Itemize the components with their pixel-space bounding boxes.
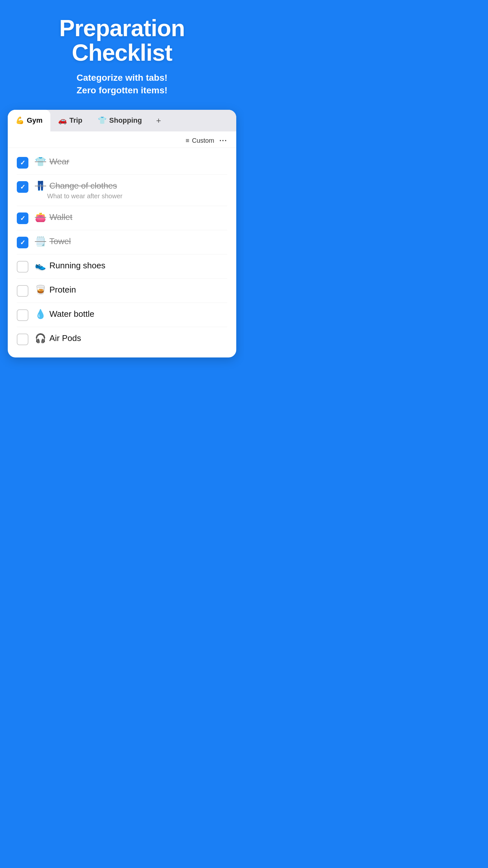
trip-tab-label: Trip (69, 116, 82, 125)
item-label-towel: 🗒️ Towel (35, 236, 227, 247)
list-item[interactable]: ✓ 👖 Change of clothes What to wear after… (8, 175, 236, 206)
gym-tab-emoji: 💪 (15, 116, 24, 125)
item-text-change: Change of clothes (50, 181, 117, 191)
more-button[interactable]: ··· (220, 136, 227, 145)
item-content-wear: 👕 Wear (35, 156, 227, 167)
checkmark-icon: ✓ (20, 184, 26, 190)
item-label-wear: 👕 Wear (35, 156, 227, 167)
item-text-wear: Wear (50, 157, 69, 166)
item-sublabel-change: What to wear after shower (35, 192, 227, 200)
header: Preparation Checklist Categorize with ta… (0, 0, 244, 106)
item-label-protein: 🥃 Protein (35, 284, 227, 295)
item-text-towel: Towel (50, 237, 71, 246)
sort-icon: ≡ (186, 137, 190, 144)
sort-label: Custom (192, 137, 214, 144)
item-text-running-shoes: Running shoes (50, 260, 105, 271)
gym-tab-label: Gym (27, 116, 42, 125)
checklist: ✓ 👕 Wear ✓ 👖 Change of clothes What to w… (8, 148, 236, 358)
list-item[interactable]: 👟 Running shoes (8, 254, 236, 278)
item-label-water-bottle: 💧 Water bottle (35, 309, 227, 319)
item-label-change: 👖 Change of clothes (35, 181, 227, 191)
item-content-air-pods: 🎧 Air Pods (35, 333, 227, 344)
item-emoji-water-bottle: 💧 (35, 309, 46, 319)
checkbox-wear[interactable]: ✓ (17, 157, 28, 168)
checkbox-running-shoes[interactable] (17, 261, 28, 273)
item-emoji-towel: 🗒️ (35, 236, 46, 247)
tab-gym[interactable]: 💪 Gym (8, 110, 51, 131)
item-text-protein: Protein (50, 285, 76, 295)
item-emoji-protein: 🥃 (35, 284, 46, 295)
sort-button[interactable]: ≡ Custom (186, 137, 214, 144)
item-content-change: 👖 Change of clothes What to wear after s… (35, 181, 227, 200)
item-label-running-shoes: 👟 Running shoes (35, 260, 227, 271)
item-emoji-air-pods: 🎧 (35, 333, 46, 344)
list-item[interactable]: 🥃 Protein (8, 279, 236, 303)
tabs-container: 💪 Gym 🚗 Trip 👕 Shopping + (8, 110, 236, 131)
item-content-water-bottle: 💧 Water bottle (35, 309, 227, 319)
item-text-water-bottle: Water bottle (50, 309, 94, 319)
checkbox-towel[interactable]: ✓ (17, 237, 28, 248)
checkbox-protein[interactable] (17, 285, 28, 297)
more-icon: ··· (220, 136, 227, 145)
checkmark-icon: ✓ (20, 215, 26, 221)
checkbox-wallet[interactable]: ✓ (17, 213, 28, 224)
item-emoji-change: 👖 (35, 181, 46, 191)
page-subtitle: Categorize with tabs! Zero forgotten ite… (13, 71, 231, 97)
add-tab-icon: + (156, 116, 161, 126)
subtitle-line2: Zero forgotten items! (13, 84, 231, 97)
item-emoji-wear: 👕 (35, 156, 46, 167)
list-item[interactable]: ✓ 👛 Wallet (8, 206, 236, 230)
item-text-wallet: Wallet (50, 212, 72, 222)
item-content-running-shoes: 👟 Running shoes (35, 260, 227, 271)
page-title: Preparation Checklist (13, 16, 231, 65)
checkmark-icon: ✓ (20, 159, 26, 166)
item-text-air-pods: Air Pods (50, 333, 81, 343)
checkmark-icon: ✓ (20, 239, 26, 246)
checkbox-air-pods[interactable] (17, 334, 28, 345)
toolbar: ≡ Custom ··· (8, 131, 236, 148)
tab-shopping[interactable]: 👕 Shopping (90, 110, 150, 131)
item-emoji-wallet: 👛 (35, 212, 46, 222)
trip-tab-emoji: 🚗 (58, 116, 67, 125)
item-emoji-running-shoes: 👟 (35, 260, 46, 271)
list-item[interactable]: 🎧 Air Pods (8, 327, 236, 351)
item-label-air-pods: 🎧 Air Pods (35, 333, 227, 344)
shopping-tab-emoji: 👕 (98, 116, 106, 125)
checklist-card: 💪 Gym 🚗 Trip 👕 Shopping + ≡ Custom ··· ✓ (8, 110, 236, 358)
item-content-wallet: 👛 Wallet (35, 212, 227, 222)
item-content-protein: 🥃 Protein (35, 284, 227, 295)
list-item[interactable]: 💧 Water bottle (8, 303, 236, 327)
list-item[interactable]: ✓ 👕 Wear (8, 151, 236, 175)
shopping-tab-label: Shopping (109, 116, 142, 125)
list-item[interactable]: ✓ 🗒️ Towel (8, 230, 236, 254)
item-label-wallet: 👛 Wallet (35, 212, 227, 222)
add-tab-button[interactable]: + (150, 110, 167, 131)
tab-trip[interactable]: 🚗 Trip (51, 110, 90, 131)
checkbox-water-bottle[interactable] (17, 309, 28, 321)
subtitle-line1: Categorize with tabs! (13, 71, 231, 84)
item-content-towel: 🗒️ Towel (35, 236, 227, 247)
checkbox-change-of-clothes[interactable]: ✓ (17, 181, 28, 193)
